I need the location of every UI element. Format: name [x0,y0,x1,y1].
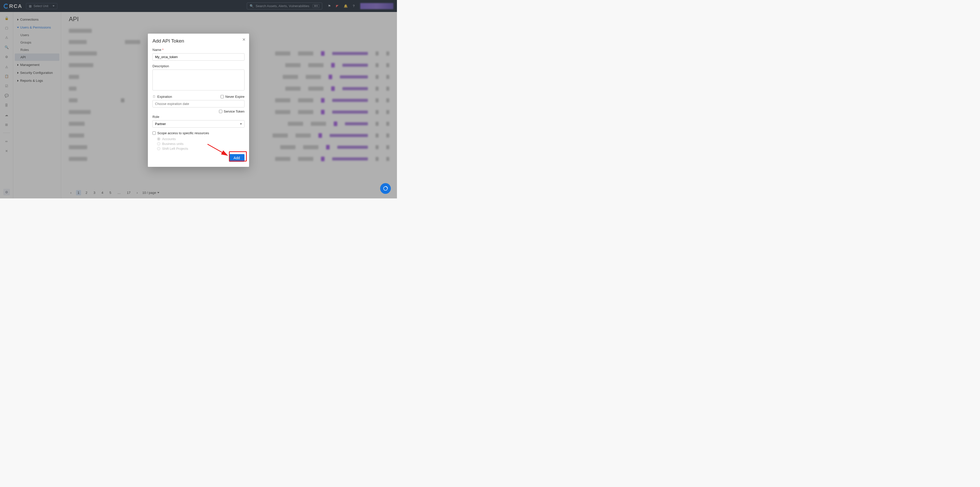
scope-shift-left-radio [157,147,161,150]
modal-title: Add API Token [153,38,245,44]
help-fab[interactable] [380,183,391,194]
expiration-input[interactable] [153,100,245,108]
add-api-token-modal: Add API Token ✕ Name * Description 🗓Expi… [148,33,249,167]
service-token-checkbox[interactable] [219,110,222,113]
expiration-label: Expiration [157,95,172,98]
description-input[interactable] [153,70,245,90]
never-expire-label: Never Expire [225,95,245,98]
svg-line-0 [207,144,228,155]
role-select[interactable] [153,120,245,128]
scope-accounts-radio [157,137,161,141]
scope-business-units-radio [157,142,161,146]
description-label: Description [153,64,245,68]
name-label: Name * [153,48,245,52]
role-label: Role [153,115,245,119]
scope-label: Scope access to specific resources [157,131,209,135]
name-input[interactable] [153,53,245,60]
close-icon[interactable]: ✕ [242,37,245,42]
calendar-icon: 🗓 [153,95,156,98]
never-expire-checkbox[interactable] [221,95,224,98]
annotation-arrow-icon [207,143,232,159]
svg-point-1 [384,187,388,190]
service-token-label: Service Token [224,109,245,113]
scope-checkbox[interactable] [153,132,156,135]
